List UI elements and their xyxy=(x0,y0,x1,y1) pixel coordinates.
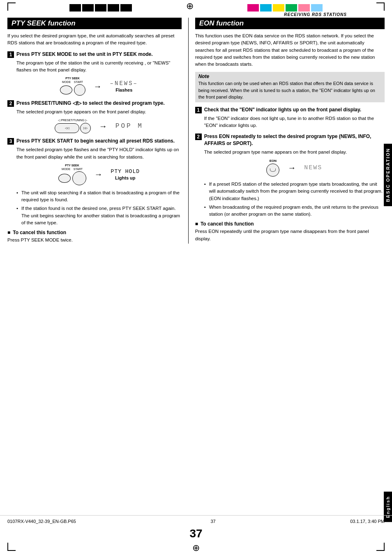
english-label: English xyxy=(385,496,390,518)
news-display: –NEWS– xyxy=(110,80,138,87)
pty-mode-start-buttons xyxy=(60,84,85,96)
pop-m-display: POP M xyxy=(115,122,143,130)
eon-step-2: 2 Press EON repeatedly to select the des… xyxy=(195,133,385,177)
eon-intro: This function uses the EON data service … xyxy=(195,32,385,68)
btn-pty-mode-3 xyxy=(58,174,71,183)
page-header: RECEIVING RDS STATIONS xyxy=(0,12,392,18)
btn-pty-start-3 xyxy=(72,171,86,185)
footer-right: 03.1.17, 3:40 PM xyxy=(350,519,385,524)
pty-step-1-display: –NEWS– Flashes xyxy=(110,80,138,92)
pty-step-1-title: Press PTY SEEK MODE to set the unit in P… xyxy=(16,51,153,58)
eon-button: EON xyxy=(266,159,279,177)
eon-btn-label: EON xyxy=(270,159,277,163)
btn-pty-start xyxy=(74,84,85,96)
corner-bottom-right xyxy=(376,543,385,551)
corner-top-right xyxy=(376,2,385,11)
eon-step-2-header: 2 Press EON repeatedly to select the des… xyxy=(195,133,385,147)
eon-btn-circle xyxy=(266,164,279,177)
step-number-2: 2 xyxy=(7,100,14,107)
color-block-black4 xyxy=(108,4,119,12)
footer-left: 0107RX-V440_32-39_EN-GB.P65 xyxy=(7,519,76,524)
pty-step-3-diagram: PTY SEEK MODE START → PTY HOLD Lights up xyxy=(16,164,182,185)
bottom-corners: ⊕ xyxy=(0,543,392,555)
arrow-2: → xyxy=(99,122,107,131)
pty-step-1-diagram: PTY SEEK MODE START → –NEWS– Flashes xyxy=(16,77,182,96)
eon-bullets: If a preset RDS station of the selected … xyxy=(204,181,385,218)
pty-seek-title: PTY SEEK function xyxy=(7,18,182,29)
pty-step-1-header: 1 Press PTY SEEK MODE to set the unit in… xyxy=(7,51,182,58)
pty-mode-start-buttons-3 xyxy=(58,171,86,185)
pty-bullet-2: If the station found is not the desired … xyxy=(16,205,182,226)
eon-title: EON function xyxy=(195,18,385,29)
pty-cancel-title: To cancel this function xyxy=(7,230,182,235)
pty-step-2-body: The selected program type appears on the… xyxy=(16,108,182,115)
color-block-black1 xyxy=(69,4,81,12)
pty-cancel-body: Press PTY SEEK MODE twice. xyxy=(7,237,182,244)
corner-bottom-left xyxy=(7,543,16,551)
eon-step-2-body: The selected program type name appears o… xyxy=(204,149,385,156)
eon-step-1-header: 1 Check that the "EON" indicator lights … xyxy=(195,106,385,113)
pty-step-1-buttons: PTY SEEK MODE START xyxy=(60,77,85,96)
pty-hold-display: PTY HOLD xyxy=(111,168,140,175)
right-column: EON function This function uses the EON … xyxy=(189,18,385,244)
arrow-3: → xyxy=(95,170,103,179)
eon-cancel: To cancel this function Press EON repeat… xyxy=(195,221,385,242)
pty-step-3-buttons: PTY SEEK MODE START xyxy=(58,164,86,185)
eon-step-number-2: 2 xyxy=(195,134,202,140)
basic-operation-label: BASIC OPERATION xyxy=(385,148,390,202)
pty-step-1-body: The program type of the station the unit… xyxy=(16,60,182,74)
page-number-large: 37 xyxy=(0,527,392,543)
header-title: RECEIVING RDS STATIONS xyxy=(284,12,347,17)
lights-label: Lights up xyxy=(111,175,140,180)
color-block-cyan xyxy=(260,4,272,12)
step-number-1: 1 xyxy=(7,51,14,58)
top-decoration: ⊕ xyxy=(0,0,392,12)
eon-bullet-1: If a preset RDS station of the selected … xyxy=(204,181,385,202)
page-bottom: 0107RX-V440_32-39_EN-GB.P65 37 03.1.17, … xyxy=(0,515,392,555)
pty-step-2-title: Press PRESET/TUNING ◁/▷ to select the de… xyxy=(16,100,165,107)
eon-step-2-diagram: EON → NEWS xyxy=(204,159,385,177)
eon-news-display: NEWS xyxy=(304,164,322,171)
pty-step-3-display: PTY HOLD Lights up xyxy=(111,168,140,180)
step-number-3: 3 xyxy=(7,138,14,145)
note-title: Note xyxy=(198,74,381,79)
flashes-label: Flashes xyxy=(110,88,138,92)
eon-step-1-body: If the "EON" indicator does not light up… xyxy=(204,115,385,129)
bottom-center-marker: ⊕ xyxy=(192,543,200,553)
pty-bullets: The unit will stop searching if a statio… xyxy=(16,189,182,226)
eon-btn-wave xyxy=(270,168,276,172)
eon-cancel-title: To cancel this function xyxy=(195,221,385,227)
top-color-blocks-left xyxy=(69,4,132,12)
top-color-blocks-right xyxy=(247,4,323,12)
note-body: This function can only be used when an R… xyxy=(198,80,381,101)
pty-step-3-title: Press PTY SEEK START to begin searching … xyxy=(16,138,175,145)
color-block-pink xyxy=(298,4,310,12)
color-block-black5 xyxy=(120,4,132,12)
pty-step-3-body: The selected program type flashes and th… xyxy=(16,146,182,161)
color-block-magenta xyxy=(247,4,259,12)
pty-seek-intro: If you select the desired program type, … xyxy=(7,32,182,47)
color-block-light-blue xyxy=(311,4,323,12)
eon-step-2-title: Press EON repeatedly to select the desir… xyxy=(204,133,385,147)
pty-step-2-header: 2 Press PRESET/TUNING ◁/▷ to select the … xyxy=(7,100,182,107)
eon-bullet-2: When broadcasting of the required progra… xyxy=(204,204,385,218)
pty-step-2-diagram: ◁ PRESET/TUNING ▷ ◁◁ ▷▷ → POP M xyxy=(16,119,182,134)
pty-step-2-buttons: ◁ PRESET/TUNING ▷ ◁◁ ▷▷ xyxy=(55,119,91,134)
footer-page-num: 37 xyxy=(210,519,215,524)
note-box: Note This function can only be used when… xyxy=(195,72,385,102)
page-footer: 0107RX-V440_32-39_EN-GB.P65 37 03.1.17, … xyxy=(0,515,392,527)
eon-step-1-title: Check that the "EON" indicator lights up… xyxy=(204,106,362,113)
pty-step-3-header: 3 Press PTY SEEK START to begin searchin… xyxy=(7,138,182,145)
pty-step-1: 1 Press PTY SEEK MODE to set the unit in… xyxy=(7,51,182,96)
pty-cancel: To cancel this function Press PTY SEEK M… xyxy=(7,230,182,244)
main-content: PTY SEEK function If you select the desi… xyxy=(0,18,392,244)
eon-cancel-body: Press EON repeatedly until the program t… xyxy=(195,228,385,242)
pty-bullet-1: The unit will stop searching if a statio… xyxy=(16,189,182,204)
color-block-yellow xyxy=(273,4,284,12)
eon-step-number-1: 1 xyxy=(195,107,202,113)
top-center-marker: ⊕ xyxy=(186,1,194,12)
pty-step-3: 3 Press PTY SEEK START to begin searchin… xyxy=(7,138,182,185)
color-block-black2 xyxy=(82,4,94,12)
btn-pty-mode xyxy=(60,85,72,94)
arrow-1: → xyxy=(94,82,102,91)
